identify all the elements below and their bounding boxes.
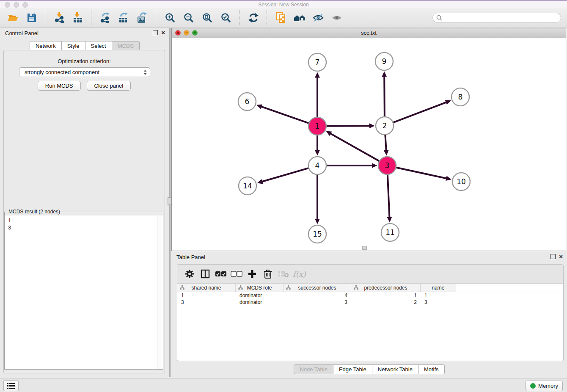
- hide-selected-button[interactable]: [309, 9, 327, 27]
- graph-edge-3-11[interactable]: [388, 174, 390, 218]
- graph-node-label: 9: [382, 57, 387, 66]
- select-all-columns-button[interactable]: [215, 267, 227, 281]
- export-network-icon: [100, 12, 111, 23]
- column-header-predecessor-nodes[interactable]: predecessor nodes: [351, 284, 421, 292]
- graph-edge-1-6[interactable]: [261, 107, 309, 124]
- graph-edge-2-8[interactable]: [393, 102, 447, 122]
- result-scrollbar[interactable]: [157, 215, 163, 369]
- column-header-filler: [456, 284, 563, 292]
- import-network-button[interactable]: [50, 9, 68, 27]
- network-canvas[interactable]: 1234678910111415: [172, 38, 566, 251]
- cell-predecessor-nodes[interactable]: 1: [351, 292, 421, 299]
- graph-edge-4-14[interactable]: [262, 168, 309, 182]
- column-header-shared-name[interactable]: shared name: [177, 284, 236, 292]
- zoom-fit-button[interactable]: [198, 9, 216, 27]
- column-header-name[interactable]: name: [421, 284, 456, 292]
- network-minimize-icon[interactable]: [184, 30, 189, 36]
- network-close-icon[interactable]: [175, 30, 181, 36]
- network-table-splitter-handle[interactable]: [362, 246, 367, 250]
- table-row[interactable]: 3 dominator 3 2 3: [177, 299, 563, 306]
- tab-edge-table[interactable]: Edge Table: [333, 364, 372, 374]
- mcds-result-line[interactable]: 3: [8, 224, 160, 231]
- cell-name[interactable]: 3: [421, 299, 456, 306]
- column-header-mcds-role[interactable]: MCDS role: [236, 284, 284, 292]
- export-network-button[interactable]: [96, 9, 114, 27]
- float-panel-icon[interactable]: [153, 30, 158, 35]
- cell-successor-nodes[interactable]: 4: [284, 292, 351, 299]
- tab-motifs[interactable]: Motifs: [418, 364, 445, 374]
- column-label: shared name: [191, 285, 221, 291]
- cell-predecessor-nodes[interactable]: 2: [351, 299, 421, 306]
- float-panel-icon[interactable]: [550, 254, 556, 259]
- memory-button[interactable]: Memory: [526, 381, 563, 391]
- close-panel-icon[interactable]: ×: [161, 30, 165, 35]
- tab-node-table[interactable]: Node Table: [294, 364, 333, 374]
- table-panel: Table Panel ×: [171, 252, 567, 377]
- table-settings-button[interactable]: [183, 267, 196, 281]
- graph-edge-2-9[interactable]: [384, 76, 385, 117]
- table-row[interactable]: 1 dominator 4 1 1: [177, 292, 563, 299]
- add-column-button[interactable]: [246, 267, 259, 281]
- zoom-selected-button[interactable]: [217, 9, 234, 27]
- table-panel-title: Table Panel: [176, 252, 205, 262]
- criterion-selected-value: strongly connected component: [25, 69, 143, 75]
- app-title: Session: New Session: [0, 1, 567, 8]
- node-table-container: f(x) shared name MCDS role: [177, 264, 564, 361]
- tab-network[interactable]: Network: [30, 41, 62, 51]
- deselect-all-columns-button[interactable]: [230, 267, 243, 281]
- cell-mcds-role[interactable]: dominator: [236, 292, 284, 299]
- graph-node-label: 1: [315, 122, 320, 130]
- network-window-titlebar[interactable]: scc.txt: [172, 28, 566, 38]
- graph-edge-3-10[interactable]: [396, 167, 447, 178]
- save-session-button[interactable]: [23, 9, 40, 27]
- column-label: successor nodes: [298, 285, 336, 291]
- mcds-result-line[interactable]: 1: [8, 217, 160, 224]
- split-columns-icon: [200, 269, 210, 279]
- search-input[interactable]: [444, 14, 557, 21]
- graph-node-label: 2: [383, 121, 387, 130]
- tab-network-table[interactable]: Network Table: [372, 364, 418, 374]
- mcds-result-list[interactable]: 1 3: [5, 215, 163, 369]
- tab-mcds[interactable]: MCDS: [112, 41, 140, 51]
- graph-edge-1-2[interactable]: [326, 126, 370, 126]
- close-panel-icon[interactable]: ×: [559, 254, 563, 259]
- zoom-out-button[interactable]: [180, 9, 197, 27]
- criterion-select[interactable]: strongly connected component: [19, 67, 150, 77]
- open-folder-icon: [7, 13, 19, 23]
- open-session-button[interactable]: [4, 9, 22, 27]
- tab-select[interactable]: Select: [85, 41, 112, 51]
- cell-mcds-role[interactable]: dominator: [236, 299, 284, 306]
- export-image-button[interactable]: [134, 9, 151, 27]
- cell-shared-name[interactable]: 1: [177, 292, 236, 299]
- close-panel-button[interactable]: Close panel: [87, 81, 131, 91]
- apply-layout-button[interactable]: [245, 9, 262, 27]
- cell-name[interactable]: 1: [421, 292, 456, 299]
- run-mcds-button[interactable]: Run MCDS: [38, 81, 81, 91]
- graph-edge-3-1[interactable]: [330, 133, 379, 161]
- toolbar-separator: [267, 10, 267, 25]
- first-neighbors-button[interactable]: [291, 9, 308, 27]
- cell-successor-nodes[interactable]: 3: [284, 299, 351, 306]
- graph-edge-2-3[interactable]: [385, 135, 386, 151]
- graph-node-label: 7: [315, 58, 320, 66]
- control-panel-title: Control Panel: [5, 28, 39, 39]
- cell-shared-name[interactable]: 3: [177, 299, 236, 306]
- network-graph[interactable]: 1234678910111415: [172, 38, 566, 251]
- column-label: predecessor nodes: [364, 285, 407, 291]
- zoom-in-button[interactable]: [161, 9, 179, 27]
- toggle-split-view-button[interactable]: [199, 267, 212, 281]
- delete-column-button[interactable]: [261, 267, 274, 281]
- column-header-successor-nodes[interactable]: successor nodes: [284, 284, 351, 292]
- tab-style[interactable]: Style: [62, 41, 85, 51]
- memory-status-icon: [530, 383, 536, 389]
- control-panel-tabs: Network Style Select MCDS: [0, 41, 169, 51]
- export-table-button[interactable]: [115, 9, 132, 27]
- network-maximize-icon[interactable]: [192, 30, 198, 36]
- status-bar: Memory: [0, 378, 567, 392]
- task-history-button[interactable]: [3, 380, 19, 391]
- mcds-tab-content: Optimization criterion: strongly connect…: [3, 50, 165, 373]
- clone-network-button[interactable]: [272, 9, 289, 27]
- import-table-button[interactable]: [69, 9, 86, 27]
- toolbar-search[interactable]: [432, 13, 561, 23]
- function-builder-button: f(x): [293, 267, 306, 281]
